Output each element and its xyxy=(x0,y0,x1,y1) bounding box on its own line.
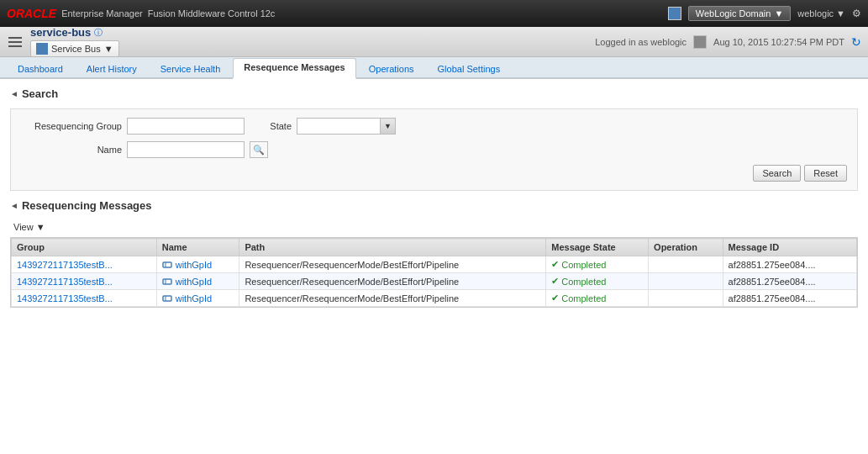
dropdown-arrow-icon: ▼ xyxy=(774,8,783,18)
svg-rect-4 xyxy=(163,296,171,301)
search-action-buttons: Search Reset xyxy=(21,165,847,182)
cell-message-state: ✔ Completed xyxy=(546,256,649,273)
table-row: 1439272117135testB... withGpId Resequenc… xyxy=(12,256,857,273)
state-link[interactable]: Completed xyxy=(561,277,606,287)
group-link[interactable]: 1439272117135testB... xyxy=(17,260,113,270)
user-dropdown-icon: ▼ xyxy=(836,8,845,18)
timestamp: Aug 10, 2015 10:27:54 PM PDT xyxy=(713,37,844,47)
header-right: WebLogic Domain ▼ weblogic ▼ ⚙ xyxy=(668,6,861,21)
service-bus-label: Service Bus xyxy=(51,44,101,54)
state-link[interactable]: Completed xyxy=(561,260,606,270)
svg-rect-0 xyxy=(163,262,171,267)
service-bus-icon xyxy=(36,43,48,55)
check-icon: ✔ xyxy=(551,259,559,270)
results-toggle-icon[interactable]: ◄ xyxy=(10,201,18,210)
cell-name: withGpId xyxy=(156,256,239,273)
page-title: service-bus xyxy=(30,26,91,39)
name-link[interactable]: withGpId xyxy=(176,277,212,287)
search-section-header: ◄ Search xyxy=(10,87,858,100)
header-left: ORACLE Enterprise Manager Fusion Middlew… xyxy=(7,7,275,20)
results-section-header: ◄ Resequencing Messages xyxy=(10,199,858,212)
name-input[interactable] xyxy=(127,141,245,158)
name-link[interactable]: withGpId xyxy=(176,293,212,304)
search-form: Resequencing Group State All ▼ Name 🔍 Se… xyxy=(10,108,858,191)
svg-rect-2 xyxy=(163,279,171,284)
hamburger-menu-button[interactable] xyxy=(7,35,24,49)
user-profile-icon xyxy=(693,35,707,49)
pipeline-icon xyxy=(162,260,172,270)
state-field: State All ▼ xyxy=(258,118,396,135)
content-area: ◄ Search Resequencing Group State All ▼ … xyxy=(0,79,868,454)
results-section-title: Resequencing Messages xyxy=(22,199,152,212)
sub-header-left: service-bus ⓘ Service Bus ▼ xyxy=(7,26,119,57)
state-label: State xyxy=(258,121,292,131)
fusion-label: Fusion Middleware Control 12c xyxy=(148,8,276,18)
col-message-state: Message State xyxy=(546,239,649,256)
name-field: Name 🔍 xyxy=(21,141,268,158)
results-section: ◄ Resequencing Messages View ▼ Group Nam… xyxy=(10,199,858,308)
state-dropdown-button[interactable]: ▼ xyxy=(381,118,396,135)
name-link[interactable]: withGpId xyxy=(176,260,212,270)
cell-group: 1439272117135testB... xyxy=(12,273,157,290)
sub-header: service-bus ⓘ Service Bus ▼ Logged in as… xyxy=(0,27,868,57)
table-row: 1439272117135testB... withGpId Resequenc… xyxy=(12,273,857,290)
group-link[interactable]: 1439272117135testB... xyxy=(17,277,113,287)
state-select-input[interactable]: All xyxy=(297,118,381,135)
info-icon[interactable]: ⓘ xyxy=(94,27,103,39)
cell-message-id: af28851.275ee084.... xyxy=(723,273,856,290)
weblogic-domain-button[interactable]: WebLogic Domain ▼ xyxy=(688,6,792,21)
tab-resequence-messages[interactable]: Resequence Messages xyxy=(233,58,355,79)
tab-service-health[interactable]: Service Health xyxy=(150,60,232,77)
search-toggle-icon[interactable]: ◄ xyxy=(10,89,18,98)
name-search-icon-button[interactable]: 🔍 xyxy=(250,141,268,158)
col-path: Path xyxy=(239,239,546,256)
cell-operation xyxy=(649,290,723,307)
pipeline-icon xyxy=(162,293,172,304)
search-form-row2: Name 🔍 xyxy=(21,141,847,158)
cell-message-state: ✔ Completed xyxy=(546,273,649,290)
state-select-wrapper: All ▼ xyxy=(297,118,396,135)
check-icon: ✔ xyxy=(551,276,559,287)
col-operation: Operation xyxy=(649,239,723,256)
col-group: Group xyxy=(12,239,157,256)
logged-in-text: Logged in as weblogic xyxy=(595,37,687,47)
cell-message-id: af28851.275ee084.... xyxy=(723,256,856,273)
cell-group: 1439272117135testB... xyxy=(12,256,157,273)
group-link[interactable]: 1439272117135testB... xyxy=(17,293,113,304)
em-label: Enterprise Manager xyxy=(61,8,143,18)
state-link[interactable]: Completed xyxy=(561,293,606,304)
view-dropdown[interactable]: View ▼ xyxy=(10,220,858,234)
col-name: Name xyxy=(156,239,239,256)
tab-global-settings[interactable]: Global Settings xyxy=(427,60,512,77)
pipeline-icon xyxy=(162,277,172,287)
user-menu-button[interactable]: weblogic ▼ xyxy=(797,8,845,18)
refresh-icon[interactable]: ↻ xyxy=(851,35,861,49)
weblogic-domain-icon xyxy=(668,7,681,20)
cell-path: Resequencer/ResequencerMode/BestEffort/P… xyxy=(239,290,546,307)
tab-alert-history[interactable]: Alert History xyxy=(76,60,148,77)
cell-path: Resequencer/ResequencerMode/BestEffort/P… xyxy=(239,273,546,290)
search-section-title: Search xyxy=(22,87,58,100)
search-button[interactable]: Search xyxy=(753,165,801,182)
name-label: Name xyxy=(21,145,122,155)
table-header-row: Group Name Path Message State Operation … xyxy=(12,239,857,256)
col-message-id: Message ID xyxy=(723,239,856,256)
service-bus-dropdown[interactable]: Service Bus ▼ xyxy=(30,40,119,57)
sub-header-right: Logged in as weblogic Aug 10, 2015 10:27… xyxy=(595,35,861,49)
cell-operation xyxy=(649,273,723,290)
table-row: 1439272117135testB... withGpId Resequenc… xyxy=(12,290,857,307)
tab-operations[interactable]: Operations xyxy=(358,60,425,77)
reset-button[interactable]: Reset xyxy=(804,165,847,182)
tabs-bar: Dashboard Alert History Service Health R… xyxy=(0,57,868,79)
cell-path: Resequencer/ResequencerMode/BestEffort/P… xyxy=(239,256,546,273)
cell-name: withGpId xyxy=(156,273,239,290)
cell-message-state: ✔ Completed xyxy=(546,290,649,307)
tab-dashboard[interactable]: Dashboard xyxy=(7,60,74,77)
search-form-row1: Resequencing Group State All ▼ xyxy=(21,118,847,135)
service-bus-arrow-icon: ▼ xyxy=(104,44,113,54)
resequencing-group-label: Resequencing Group xyxy=(21,121,122,131)
results-table: Group Name Path Message State Operation … xyxy=(11,238,857,307)
settings-icon[interactable]: ⚙ xyxy=(852,8,861,19)
top-header: ORACLE Enterprise Manager Fusion Middlew… xyxy=(0,0,868,27)
resequencing-group-input[interactable] xyxy=(127,118,245,135)
